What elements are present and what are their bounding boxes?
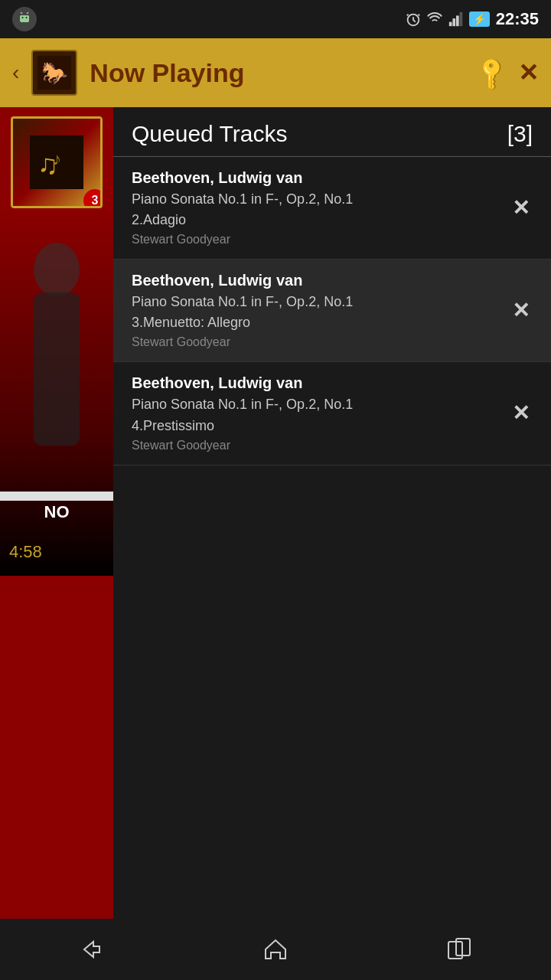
recents-nav-button[interactable]: [429, 919, 490, 980]
track-label: NO: [0, 502, 113, 522]
track-info-3: Beethoven, Ludwig van Piano Sonata No.1 …: [132, 374, 509, 452]
svg-point-18: [34, 243, 80, 296]
queue-title: Queued Tracks: [132, 121, 287, 147]
app-bar: ‹ 🐎 Now Playing 🔑 ✕: [0, 38, 551, 107]
track-composer-3: Beethoven, Ludwig van: [132, 374, 478, 392]
queue-badge: 3: [83, 189, 103, 208]
remove-track-2-button[interactable]: ✕: [509, 295, 533, 326]
key-button[interactable]: 🔑: [472, 54, 511, 93]
track-list: Beethoven, Ludwig van Piano Sonata No.1 …: [113, 157, 551, 919]
queue-count: [3]: [507, 121, 533, 147]
svg-line-5: [21, 12, 22, 14]
svg-text:♪: ♪: [53, 149, 61, 168]
track-work-1: Piano Sonata No.1 in F-, Op.2, No.1: [132, 190, 478, 209]
queue-header: Queued Tracks [3]: [113, 107, 551, 157]
app-title: Now Playing: [90, 58, 465, 88]
track-item: Beethoven, Ludwig van Piano Sonata No.1 …: [113, 157, 551, 260]
main-content: ♫ ♪ 3: [0, 107, 551, 919]
svg-rect-20: [0, 492, 113, 501]
album-art: ♫ ♪ 3: [11, 116, 103, 208]
svg-rect-19: [34, 292, 80, 446]
back-nav-button[interactable]: [61, 919, 122, 980]
track-movement-1: 2.Adagio: [132, 212, 478, 228]
battery-icon: ⚡: [469, 11, 490, 27]
track-item-highlighted: Beethoven, Ludwig van Piano Sonata No.1 …: [113, 260, 551, 362]
svg-rect-2: [20, 15, 29, 22]
status-bar-left: [12, 7, 37, 31]
back-button[interactable]: ‹: [12, 60, 19, 85]
time-display: 22:35: [496, 9, 539, 29]
left-panel: ♫ ♪ 3: [0, 107, 113, 919]
svg-line-6: [27, 12, 28, 14]
app-icon: 🐎: [31, 50, 77, 96]
track-info-2: Beethoven, Ludwig van Piano Sonata No.1 …: [132, 272, 509, 349]
track-info-1: Beethoven, Ludwig van Piano Sonata No.1 …: [132, 169, 509, 247]
nav-bar: [0, 919, 551, 980]
status-icons: ⚡: [405, 11, 490, 28]
track-composer-1: Beethoven, Ludwig van: [132, 169, 478, 187]
track-composer-2: Beethoven, Ludwig van: [132, 272, 478, 289]
track-movement-3: 4.Prestissimo: [132, 418, 478, 434]
track-work-2: Piano Sonata No.1 in F-, Op.2, No.1: [132, 292, 478, 312]
android-icon: [12, 7, 37, 31]
track-performer-2: Stewart Goodyear: [132, 335, 478, 349]
person-image: NO 4:58: [0, 208, 113, 576]
home-nav-button[interactable]: [245, 919, 306, 980]
svg-point-4: [26, 17, 28, 18]
svg-point-3: [22, 17, 24, 18]
track-work-3: Piano Sonata No.1 in F-, Op.2, No.1: [132, 395, 478, 414]
svg-rect-8: [449, 22, 452, 26]
status-bar: ⚡ 22:35: [0, 0, 551, 38]
close-button[interactable]: ✕: [518, 58, 539, 87]
timestamp: 4:58: [9, 542, 42, 562]
svg-rect-10: [456, 15, 459, 26]
remove-track-1-button[interactable]: ✕: [509, 192, 533, 224]
track-movement-2: 3.Menuetto: Allegro: [132, 315, 478, 331]
svg-rect-11: [459, 12, 462, 26]
status-bar-right: ⚡ 22:35: [405, 9, 539, 29]
track-performer-1: Stewart Goodyear: [132, 233, 478, 247]
svg-rect-9: [452, 18, 455, 26]
track-performer-3: Stewart Goodyear: [132, 439, 478, 452]
right-panel: Queued Tracks [3] Beethoven, Ludwig van …: [113, 107, 551, 919]
remove-track-3-button[interactable]: ✕: [509, 397, 533, 429]
track-item-3: Beethoven, Ludwig van Piano Sonata No.1 …: [113, 362, 551, 465]
svg-text:🐎: 🐎: [41, 60, 68, 86]
